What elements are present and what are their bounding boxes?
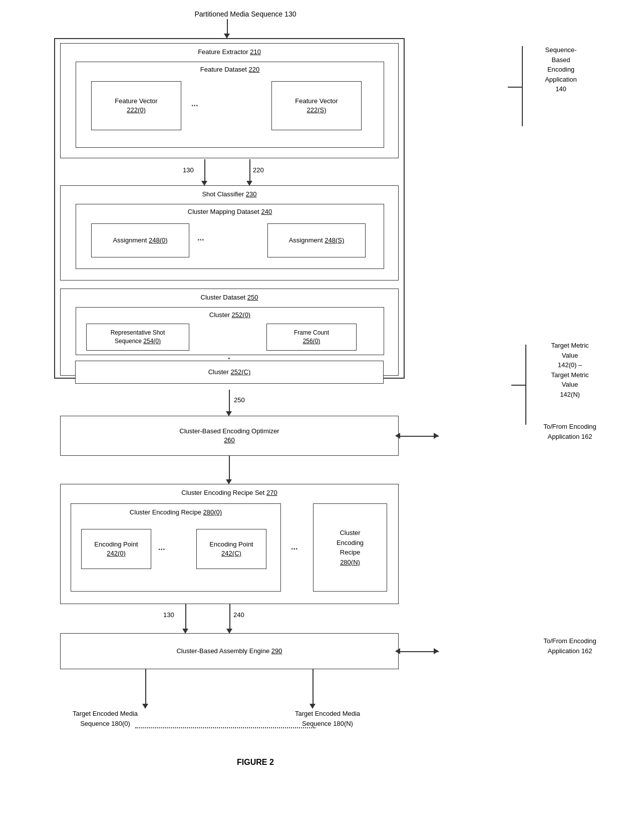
recipe-280-n-box: ClusterEncodingRecipe280(N) bbox=[313, 503, 387, 592]
cluster-252-0-box: Cluster 252(0) Representative ShotSequen… bbox=[76, 307, 384, 355]
cluster-252-0-label: Cluster 252(0) bbox=[209, 311, 250, 320]
arrow-240-label: 240 bbox=[233, 610, 244, 620]
feature-vector-s-label: Feature Vector222(S) bbox=[295, 97, 338, 115]
top-label: Partitioned Media Sequence 130 bbox=[140, 9, 351, 20]
cluster-252-c-label: Cluster 252(C) bbox=[208, 368, 251, 377]
frame-count-box: Frame Count256(0) bbox=[266, 324, 357, 351]
tofrom-app-label-2: To/From Encoding Application 162 bbox=[530, 636, 610, 656]
feature-vector-s-box: Feature Vector222(S) bbox=[271, 81, 362, 130]
shot-classifier-label: Shot Classifier 230 bbox=[202, 190, 256, 199]
feature-dataset-label: Feature Dataset 220 bbox=[200, 65, 260, 74]
cluster-mapping-box: Cluster Mapping Dataset 240 Assignment 2… bbox=[76, 204, 384, 269]
encoding-point-0-box: Encoding Point242(0) bbox=[81, 529, 151, 569]
dots-ep: ··· bbox=[158, 545, 165, 554]
feature-extractor-label: Feature Extractor 210 bbox=[198, 48, 261, 57]
feature-vector-0-label: Feature Vector222(0) bbox=[115, 97, 157, 115]
assignment-s-label: Assignment 248(S) bbox=[289, 236, 345, 245]
arrow-130-label: 130 bbox=[183, 165, 194, 175]
target-encoded-n-label: Target Encoded MediaSequence 180(N) bbox=[272, 709, 383, 728]
seq-based-app-label: Sequence- Based Encoding Application 140 bbox=[526, 45, 596, 94]
cluster-dataset-label: Cluster Dataset 250 bbox=[201, 293, 258, 302]
rep-shot-label: Representative ShotSequence 254(0) bbox=[111, 329, 165, 346]
assignment-0-label: Assignment 248(0) bbox=[113, 236, 167, 245]
tofrom-app-label-1: To/From Encoding Application 162 bbox=[530, 422, 610, 441]
recipe-280-0-box: Cluster Encoding Recipe 280(0) Encoding … bbox=[71, 503, 281, 592]
assembly-engine-box: Cluster-Based Assembly Engine 290 bbox=[60, 633, 399, 669]
target-encoded-0-label: Target Encoded MediaSequence 180(0) bbox=[50, 709, 160, 728]
encoding-optimizer-label: Cluster-Based Encoding Optimizer260 bbox=[179, 427, 279, 445]
feature-vector-0-box: Feature Vector222(0) bbox=[91, 81, 181, 130]
arrow-220-label: 220 bbox=[253, 165, 264, 175]
arrow-250-label: 250 bbox=[234, 395, 245, 405]
feature-dataset-box: Feature Dataset 220 Feature Vector222(0)… bbox=[76, 62, 384, 148]
diagram: Partitioned Media Sequence 130 Sequence-… bbox=[0, 0, 621, 840]
assignment-s-box: Assignment 248(S) bbox=[267, 223, 366, 257]
arrow-130-bottom-label: 130 bbox=[163, 610, 174, 620]
assembly-engine-label: Cluster-Based Assembly Engine 290 bbox=[176, 647, 282, 656]
cluster-252-c-box: Cluster 252(C) bbox=[75, 361, 384, 384]
encoding-point-c-label: Encoding Point242(C) bbox=[209, 540, 253, 558]
encoding-optimizer-box: Cluster-Based Encoding Optimizer260 bbox=[60, 416, 399, 456]
shot-classifier-box: Shot Classifier 230 Cluster Mapping Data… bbox=[60, 185, 399, 281]
dots-fv: ··· bbox=[191, 101, 198, 110]
frame-count-label: Frame Count256(0) bbox=[294, 329, 329, 346]
dots-assign: ··· bbox=[197, 235, 204, 244]
dots-recipe: ··· bbox=[291, 544, 297, 553]
recipe-set-label: Cluster Encoding Recipe Set 270 bbox=[181, 488, 277, 497]
encoding-point-0-label: Encoding Point242(0) bbox=[94, 540, 138, 558]
recipe-set-box: Cluster Encoding Recipe Set 270 Cluster … bbox=[60, 484, 399, 604]
rep-shot-box: Representative ShotSequence 254(0) bbox=[86, 324, 189, 351]
encoding-point-c-box: Encoding Point242(C) bbox=[196, 529, 266, 569]
recipe-280-n-label: ClusterEncodingRecipe280(N) bbox=[337, 528, 364, 567]
assignment-0-box: Assignment 248(0) bbox=[91, 223, 189, 257]
cluster-mapping-label: Cluster Mapping Dataset 240 bbox=[188, 207, 272, 216]
recipe-280-0-label: Cluster Encoding Recipe 280(0) bbox=[130, 508, 222, 517]
feature-extractor-box: Feature Extractor 210 Feature Dataset 22… bbox=[60, 43, 399, 158]
figure-label: FIGURE 2 bbox=[180, 756, 331, 768]
target-metric-label: Target Metric Value 142(0) – Target Metr… bbox=[530, 341, 610, 399]
